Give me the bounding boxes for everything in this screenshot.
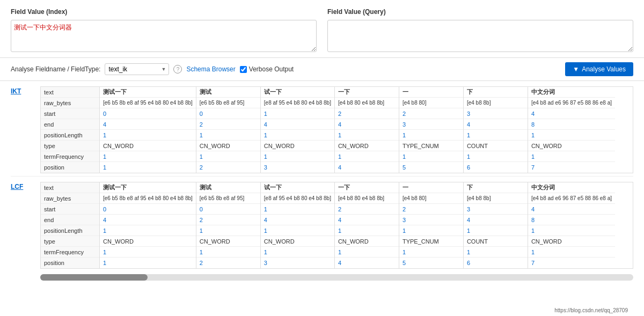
token-4-start: 2 [399,108,463,119]
analyzer-header-0: IKTtextraw_bytesstartendpositionLengthty… [11,86,633,173]
token-4-raw_bytes: [e4 b8 80] [399,98,463,108]
token-5-termFrequency: 1 [464,247,528,258]
token-4-text: 一 [399,87,463,98]
row-label-termFrequency: termFrequency [41,247,99,258]
token-col-1: 测试[e6 b5 8b e8 af 95]021CN_WORD12 [196,87,261,173]
token-3-termFrequency: 1 [335,247,399,258]
token-3-position: 4 [335,258,399,268]
token-5-raw_bytes: [e4 b8 8b] [464,193,528,204]
token-5-position: 6 [464,162,528,173]
controls-row: Analyse Fieldname / FieldType: text_ik t… [0,58,644,81]
token-1-raw_bytes: [e6 b5 8b e8 af 95] [196,193,260,204]
token-6-start: 4 [528,108,615,119]
token-6-text: 中文分词 [528,182,615,193]
token-5-type: COUNT [464,141,528,151]
token-0-start: 0 [100,204,196,215]
token-0-end: 4 [100,119,196,130]
token-0-termFrequency: 1 [100,247,196,258]
token-4-positionLength: 1 [399,225,463,236]
token-5-start: 3 [464,108,528,119]
tokens-table-0: textraw_bytesstartendpositionLengthtypet… [40,86,633,173]
token-4-end: 3 [399,215,463,225]
token-4-positionLength: 1 [399,130,463,141]
token-1-position: 2 [196,258,260,268]
token-4-raw_bytes: [e4 b8 80] [399,193,463,204]
token-2-type: CN_WORD [261,141,334,151]
token-0-position: 1 [100,162,196,173]
token-6-termFrequency: 1 [528,151,615,162]
fieldtype-select-wrapper[interactable]: text_ik text text_general [105,63,169,75]
token-2-text: 试一下 [261,87,334,98]
fieldtype-select[interactable]: text_ik text text_general [105,63,169,75]
token-col-0: 测试一下[e6 b5 8b e8 af 95 e4 b8 80 e4 b8 8b… [100,182,196,268]
token-2-start: 1 [261,108,334,119]
token-6-raw_bytes: [e4 b8 ad e6 96 87 e5 88 86 e8 a] [528,193,615,204]
token-2-raw_bytes: [e8 af 95 e4 b8 80 e4 b8 8b] [261,193,334,204]
field-index-textarea[interactable]: 测试一下中文分词器 [11,20,317,52]
token-2-end: 4 [261,119,334,130]
token-1-positionLength: 1 [196,130,260,141]
token-6-end: 8 [528,215,615,225]
token-0-raw_bytes: [e6 b5 8b e8 af 95 e4 b8 80 e4 b8 8b] [100,193,196,204]
token-0-positionLength: 1 [100,130,196,141]
token-2-start: 1 [261,204,334,215]
token-3-start: 2 [335,108,399,119]
analyzers-container: IKTtextraw_bytesstartendpositionLengthty… [11,86,633,269]
token-5-start: 3 [464,204,528,215]
token-1-type: CN_WORD [196,141,260,151]
token-col-3: 一下[e4 b8 80 e4 b8 8b]241CN_WORD14 [335,182,399,268]
token-0-end: 4 [100,215,196,225]
token-col-5: 下[e4 b8 8b]341COUNT16 [464,182,528,268]
row-label-position: position [41,162,99,173]
token-2-type: CN_WORD [261,236,334,247]
analyzer-section-lcf: LCFtextraw_bytesstartendpositionLengthty… [11,182,633,269]
token-5-text: 下 [464,182,528,193]
help-icon[interactable]: ? [173,65,182,74]
token-3-text: 一下 [335,87,399,98]
field-query-textarea[interactable] [327,20,633,52]
token-4-termFrequency: 1 [399,247,463,258]
token-5-positionLength: 1 [464,130,528,141]
token-3-position: 4 [335,162,399,173]
token-0-type: CN_WORD [100,236,196,247]
verbose-checkbox[interactable] [240,66,247,73]
token-col-4: 一[e4 b8 80]231TYPE_CNUM15 [399,182,464,268]
token-6-positionLength: 1 [528,225,615,236]
analyse-values-button[interactable]: ▼ Analyse Values [565,62,633,76]
token-2-end: 4 [261,215,334,225]
token-5-termFrequency: 1 [464,151,528,162]
token-1-end: 2 [196,119,260,130]
scrollbar-area[interactable] [40,274,633,281]
label-column: textraw_bytesstartendpositionLengthtypet… [41,182,100,268]
analyzer-name-ikt[interactable]: IKT [11,86,40,173]
field-index-group: Field Value (Index) 测试一下中文分词器 [11,8,317,52]
row-label-start: start [41,204,99,215]
token-6-text: 中文分词 [528,87,615,98]
token-5-type: COUNT [464,236,528,247]
token-5-position: 6 [464,258,528,268]
token-0-raw_bytes: [e6 b5 8b e8 af 95 e4 b8 80 e4 b8 8b] [100,98,196,108]
row-label-type: type [41,236,99,247]
row-label-positionLength: positionLength [41,225,99,236]
token-6-start: 4 [528,204,615,215]
row-label-end: end [41,215,99,225]
token-1-termFrequency: 1 [196,151,260,162]
verbose-label[interactable]: Verbose Output [240,65,294,73]
token-3-type: CN_WORD [335,236,399,247]
token-6-termFrequency: 1 [528,247,615,258]
token-1-start: 0 [196,108,260,119]
token-4-text: 一 [399,182,463,193]
schema-browser-link[interactable]: Schema Browser [186,65,235,73]
token-6-positionLength: 1 [528,130,615,141]
token-col-3: 一下[e4 b8 80 e4 b8 8b]241CN_WORD14 [335,87,399,173]
token-2-termFrequency: 1 [261,247,334,258]
token-5-positionLength: 1 [464,225,528,236]
token-6-type: CN_WORD [528,141,615,151]
analyzer-name-lcf[interactable]: LCF [11,182,40,269]
token-0-termFrequency: 1 [100,151,196,162]
field-query-group: Field Value (Query) [327,8,633,52]
token-col-4: 一[e4 b8 80]231TYPE_CNUM15 [399,87,464,173]
token-3-end: 4 [335,119,399,130]
row-label-raw_bytes: raw_bytes [41,98,99,108]
token-1-end: 2 [196,215,260,225]
